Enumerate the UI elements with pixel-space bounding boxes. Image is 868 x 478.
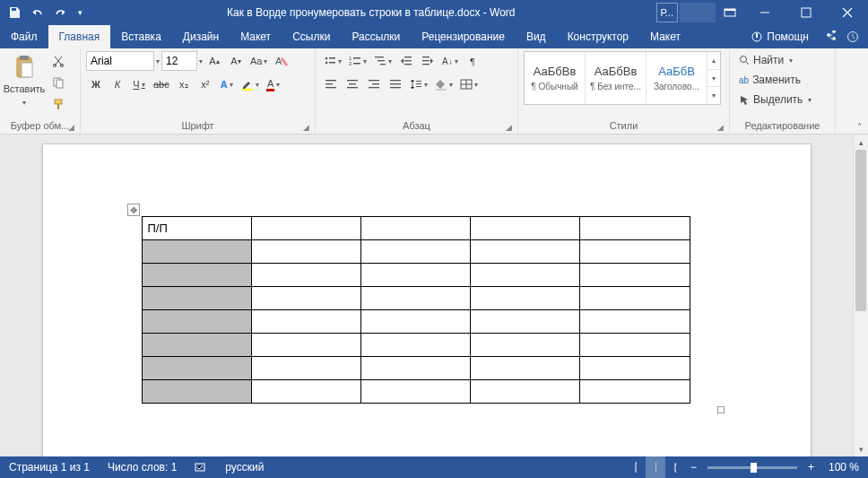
qat-save[interactable] [4, 2, 25, 23]
vertical-scrollbar[interactable]: ▴ ▾ [853, 135, 868, 456]
tab-home[interactable]: Главная [48, 25, 111, 48]
table-cell-header[interactable]: П/П [142, 217, 251, 240]
status-language[interactable]: русский [216, 456, 273, 478]
view-print[interactable] [646, 456, 665, 478]
table-move-handle[interactable]: ✥ [127, 204, 140, 216]
change-case-button[interactable]: Aa [247, 51, 270, 71]
table-cell-selected[interactable] [142, 380, 251, 404]
zoom-out-button[interactable]: − [685, 456, 702, 478]
zoom-knob[interactable] [751, 463, 757, 473]
table-resize-handle[interactable] [717, 406, 725, 413]
tab-file[interactable]: Файл [0, 25, 48, 48]
font-size-input[interactable] [161, 51, 197, 71]
align-left-button[interactable] [321, 74, 341, 94]
zoom-in-button[interactable]: + [803, 456, 820, 478]
highlight-button[interactable] [239, 74, 262, 94]
grow-font-button[interactable]: A▴ [204, 51, 224, 71]
select-button[interactable]: Выделить▾ [735, 91, 829, 109]
italic-button[interactable]: К [108, 74, 127, 94]
styles-expand[interactable]: ▾ [707, 87, 720, 104]
numbering-button[interactable]: 12 [346, 51, 369, 71]
show-marks-button[interactable]: ¶ [463, 51, 482, 71]
clipboard-launcher[interactable]: ◢ [68, 123, 74, 132]
document-table[interactable]: П/П [142, 216, 690, 404]
text-effects-button[interactable]: A [217, 74, 237, 94]
scroll-down-button[interactable]: ▾ [854, 441, 868, 456]
window-maximize[interactable] [786, 0, 827, 25]
qat-customize[interactable]: ▾ [74, 2, 86, 23]
sort-button[interactable]: A↓ [439, 51, 461, 71]
find-button[interactable]: Найти▾ [735, 51, 829, 69]
format-painter-button[interactable] [48, 94, 68, 114]
table-cell-selected[interactable] [142, 287, 251, 310]
strike-button[interactable]: abc [151, 74, 172, 94]
subscript-button[interactable]: x₂ [174, 74, 194, 94]
style-nospacing[interactable]: АаБбВв¶ Без инте... [586, 52, 647, 104]
window-minimize[interactable] [744, 0, 786, 25]
table-cell-selected[interactable] [142, 310, 251, 334]
tab-mailings[interactable]: Рассылки [341, 25, 411, 48]
tab-design[interactable]: Дизайн [172, 25, 230, 48]
styles-scroll-down[interactable]: ▾ [707, 70, 720, 88]
window-close[interactable] [827, 0, 868, 25]
indent-decrease-button[interactable] [396, 51, 416, 71]
qat-redo[interactable] [50, 2, 72, 23]
styles-gallery[interactable]: АаБбВв¶ Обычный АаБбВв¶ Без инте... АаБб… [524, 51, 721, 105]
align-center-button[interactable] [343, 74, 362, 94]
view-web[interactable] [665, 456, 685, 478]
multilevel-button[interactable] [371, 51, 395, 71]
status-page[interactable]: Страница 1 из 1 [0, 456, 99, 478]
status-words[interactable]: Число слов: 1 [99, 456, 186, 478]
collapse-ribbon-button[interactable]: ˄ [852, 122, 866, 132]
table-cell-selected[interactable] [142, 357, 251, 380]
scroll-thumb[interactable] [855, 150, 866, 311]
tab-review[interactable]: Рецензирование [411, 25, 516, 48]
align-right-button[interactable] [364, 74, 384, 94]
font-color-button[interactable]: A [264, 74, 283, 94]
zoom-slider[interactable] [707, 466, 797, 469]
clear-formatting-button[interactable]: A [272, 51, 291, 71]
table-cell-selected[interactable] [142, 264, 251, 287]
bold-button[interactable]: Ж [86, 74, 106, 94]
scroll-track[interactable] [854, 150, 868, 441]
bullets-button[interactable] [321, 51, 344, 71]
cut-button[interactable] [48, 51, 68, 71]
qat-undo[interactable] [27, 2, 48, 23]
align-justify-button[interactable] [386, 74, 405, 94]
font-name-input[interactable] [86, 51, 154, 71]
font-size-dropdown[interactable]: ▾ [199, 57, 203, 65]
account-name[interactable]: Р... [656, 3, 678, 22]
font-name-dropdown[interactable]: ▾ [156, 57, 160, 65]
para-launcher[interactable]: ◢ [506, 123, 512, 132]
style-heading1[interactable]: АаБбВЗаголово... [647, 52, 707, 104]
tab-view[interactable]: Вид [516, 25, 557, 48]
tab-insert[interactable]: Вставка [110, 25, 172, 48]
scroll-up-button[interactable]: ▴ [854, 135, 868, 150]
tell-me[interactable]: Помощн [743, 25, 816, 48]
zoom-level[interactable]: 100 % [820, 456, 868, 478]
tab-table-design[interactable]: Конструктор [557, 25, 639, 48]
table-cell-selected[interactable] [142, 334, 251, 357]
indent-increase-button[interactable] [418, 51, 438, 71]
shading-button[interactable] [432, 74, 456, 94]
style-normal[interactable]: АаБбВв¶ Обычный [525, 52, 586, 104]
account-avatar[interactable] [680, 3, 716, 22]
status-spellcheck[interactable] [186, 456, 216, 478]
view-read[interactable] [626, 456, 646, 478]
tab-references[interactable]: Ссылки [282, 25, 341, 48]
history-icon[interactable] [846, 30, 859, 43]
tab-layout[interactable]: Макет [230, 25, 282, 48]
paste-button[interactable]: Вставить [5, 51, 43, 114]
ribbon-display-options[interactable] [716, 0, 744, 25]
table-cell-selected[interactable] [142, 240, 251, 264]
styles-scroll-up[interactable]: ▴ [707, 52, 720, 70]
shrink-font-button[interactable]: A▾ [226, 51, 246, 71]
borders-button[interactable] [457, 74, 481, 94]
document-area[interactable]: ✥ П/П [0, 135, 853, 456]
tab-table-layout[interactable]: Макет [639, 25, 691, 48]
replace-button[interactable]: abЗаменить [735, 71, 829, 89]
superscript-button[interactable]: x² [195, 74, 215, 94]
font-launcher[interactable]: ◢ [303, 123, 309, 132]
copy-button[interactable] [48, 73, 68, 92]
line-spacing-button[interactable] [407, 74, 430, 94]
